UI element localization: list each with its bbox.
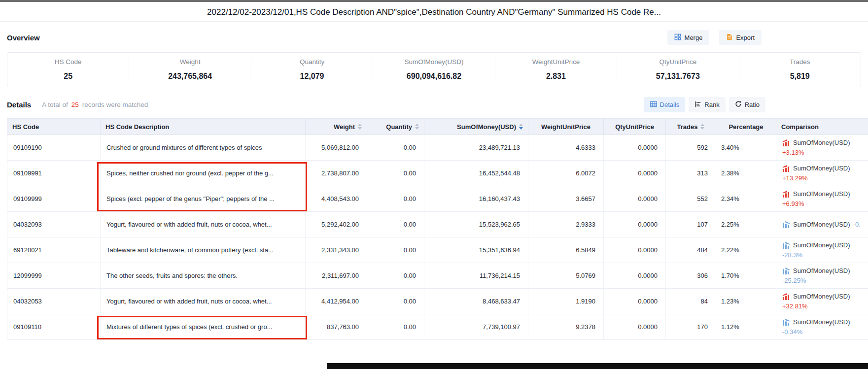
cell-hs-code: 09109999: [7, 186, 101, 212]
column-header-sumofmoney-usd-[interactable]: SumOfMoney(USD): [424, 119, 528, 135]
stat-value: 243,765,864: [168, 72, 212, 81]
comparison-metric-label: SumOfMoney(USD): [793, 317, 850, 327]
cell-qty-unit-price: 0.0000: [604, 186, 666, 212]
bottom-strip: [327, 363, 868, 369]
column-header-weightunitprice: WeightUnitPrice: [528, 119, 604, 135]
column-header-weight[interactable]: Weight: [306, 119, 367, 135]
report-title-bar: 2022/12/02-2023/12/01,HS Code Descriptio…: [0, 0, 868, 22]
stat-value: 690,094,616.82: [407, 72, 461, 81]
cell-trades: 552: [666, 186, 716, 212]
view-button-details[interactable]: Details: [644, 97, 686, 112]
cell-percentage: 2.25%: [716, 212, 776, 237]
comparison-value: -28.3%: [782, 250, 868, 260]
table-row: 09109190Crushed or ground mixtures of di…: [7, 135, 868, 161]
comparison-value: -0.34%: [782, 327, 868, 337]
cell-comparison: SumOfMoney(USD)-0.34%: [776, 314, 868, 340]
table-header-row: HS CodeHS Code DescriptionWeightQuantity…: [7, 119, 868, 135]
cell-description: Spices (excl. pepper of the genus "Piper…: [101, 186, 306, 212]
cell-description: Tableware and kitchenware, of common pot…: [101, 237, 306, 263]
cell-sum-of-money: 11,736,214.15: [424, 263, 528, 289]
merge-panes-icon: [674, 34, 681, 42]
cell-percentage: 2.38%: [716, 161, 776, 186]
table-grid-icon: [650, 101, 657, 109]
cell-weight-unit-price: 3.6657: [528, 186, 604, 212]
cell-percentage: 1.70%: [716, 263, 776, 289]
cell-sum-of-money: 16,452,544.48: [424, 161, 528, 186]
toolbar: Merge Export: [667, 30, 762, 45]
comparison-metric-label: SumOfMoney(USD): [793, 189, 850, 199]
comparison-value: +32.81%: [782, 302, 868, 311]
overview-stat: Quantity 12,079: [251, 57, 373, 82]
bar-chart-up-icon: [782, 190, 790, 198]
cell-quantity: 0.00: [367, 263, 424, 289]
table-body: 09109190Crushed or ground mixtures of di…: [7, 135, 868, 340]
comparison-value: -0.: [853, 220, 861, 230]
cell-trades: 306: [666, 263, 716, 289]
table-row: 09109110Mixtures of different types of s…: [7, 314, 868, 340]
column-label: QtyUnitPrice: [615, 123, 654, 131]
cell-hs-code: 04032053: [7, 289, 101, 314]
cell-comparison: SumOfMoney(USD)+3.13%: [776, 135, 868, 161]
comparison-metric-label: SumOfMoney(USD): [793, 240, 850, 250]
bar-chart-down-icon: [782, 267, 790, 274]
column-header-comparison: Comparison: [776, 119, 868, 135]
cell-weight-unit-price: 6.5849: [528, 237, 604, 263]
cell-weight-unit-price: 1.9190: [528, 289, 604, 314]
column-header-trades[interactable]: Trades: [666, 119, 716, 135]
cell-sum-of-money: 7,739,100.97: [424, 314, 528, 340]
column-label: HS Code Description: [105, 123, 169, 131]
cell-trades: 592: [666, 135, 716, 161]
cell-percentage: 1.23%: [716, 289, 776, 314]
merge-button[interactable]: Merge: [667, 30, 710, 45]
comparison-metric-label: SumOfMoney(USD): [793, 138, 850, 148]
overview-stat: HS Code 25: [7, 57, 129, 82]
stat-label: WeightUnitPrice: [532, 58, 580, 66]
sort-carets-icon[interactable]: [519, 124, 523, 130]
view-button-label: Ratio: [745, 101, 760, 108]
cell-weight: 2,738,807.00: [306, 161, 367, 186]
summary-suffix: records were matched: [82, 101, 148, 108]
records-count: 25: [71, 101, 79, 108]
cell-weight-unit-price: 2.9333: [528, 212, 604, 237]
column-header-quantity[interactable]: Quantity: [367, 119, 424, 135]
cell-comparison: SumOfMoney(USD)-28.3%: [776, 237, 868, 263]
sort-carets-icon[interactable]: [700, 124, 704, 130]
stat-label: QtyUnitPrice: [659, 58, 696, 66]
export-button[interactable]: Export: [719, 30, 762, 45]
overview-stat: Trades 5,819: [739, 57, 861, 82]
cell-quantity: 0.00: [367, 237, 424, 263]
view-button-rank[interactable]: Rank: [689, 97, 725, 112]
stat-label: Quantity: [300, 58, 324, 66]
column-label: Comparison: [781, 123, 819, 131]
cell-sum-of-money: 23,489,721.13: [424, 135, 528, 161]
sort-carets-icon[interactable]: [358, 124, 362, 130]
view-button-label: Details: [660, 101, 680, 108]
column-label: Trades: [677, 123, 698, 131]
bar-chart-down-icon: [782, 221, 790, 228]
cell-quantity: 0.00: [367, 314, 424, 340]
column-header-qtyunitprice: QtyUnitPrice: [604, 119, 666, 135]
cell-weight: 5,292,402.00: [306, 212, 367, 237]
overview-stat: QtyUnitPrice 57,131.7673: [617, 57, 738, 82]
cell-comparison: SumOfMoney(USD)-0.: [776, 212, 868, 237]
sort-carets-icon[interactable]: [415, 124, 419, 130]
stat-label: SumOfMoney(USD): [404, 58, 463, 66]
view-button-ratio[interactable]: Ratio: [729, 97, 765, 112]
cell-trades: 484: [666, 237, 716, 263]
cell-description: Yogurt, flavoured or with added fruit, n…: [101, 289, 306, 314]
stat-label: Trades: [790, 58, 810, 66]
cell-sum-of-money: 16,160,437.43: [424, 186, 528, 212]
table-row: 12099999The other seeds, fruits and spor…: [7, 263, 868, 289]
cell-description: Crushed or ground mixtures of different …: [101, 135, 306, 161]
cell-percentage: 3.40%: [716, 135, 776, 161]
comparison-metric-label: SumOfMoney(USD): [793, 164, 850, 173]
column-label: Percentage: [729, 123, 763, 131]
cell-percentage: 2.22%: [716, 237, 776, 263]
stat-value: 25: [64, 72, 72, 81]
cell-percentage: 2.34%: [716, 186, 776, 212]
cell-weight: 2,331,343.00: [306, 237, 367, 263]
cell-qty-unit-price: 0.0000: [604, 161, 666, 186]
cell-description: Mixtures of different types of spices (e…: [101, 314, 306, 340]
view-button-label: Rank: [704, 101, 719, 108]
refresh-circle-icon: [735, 101, 742, 109]
